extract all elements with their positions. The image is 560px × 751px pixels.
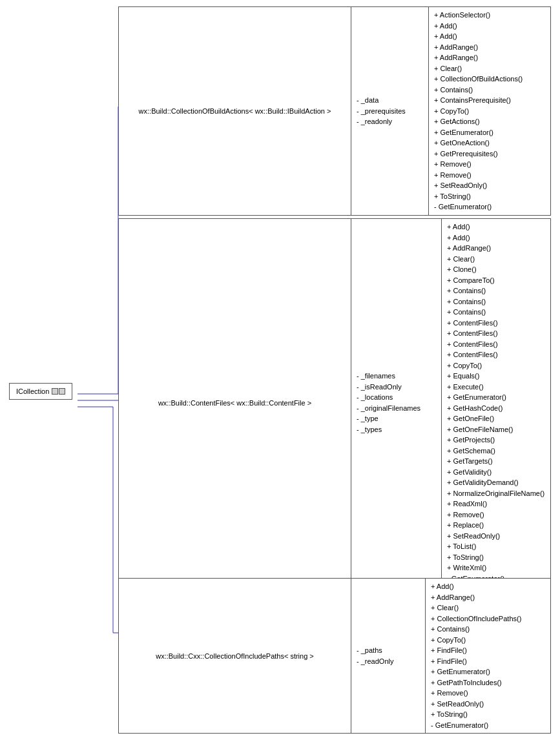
box2-fields: - _filenames- _isReadOnly- _locations- _… xyxy=(351,219,442,586)
method-item: + GetOneAction() xyxy=(434,138,523,149)
method-item: + CollectionOfIncludePaths() xyxy=(431,613,521,624)
method-item: + ToList() xyxy=(447,541,544,552)
method-item: + Clear() xyxy=(434,63,523,74)
method-item: + GetProjects() xyxy=(447,435,544,446)
method-item: + Contains() xyxy=(447,307,544,318)
field-item: - _originalFilenames xyxy=(357,403,436,414)
box3: wx::Build::Cxx::CollectionOfIncludePaths… xyxy=(118,578,551,734)
field-item: - _type xyxy=(357,413,436,424)
field-item: - _locations xyxy=(357,392,436,403)
method-item: + ToString() xyxy=(431,709,521,720)
field-item: - _readOnly xyxy=(357,656,420,667)
method-item: + AddRange() xyxy=(447,243,544,254)
method-item: + Contains() xyxy=(434,85,523,96)
box3-fields: - _paths- _readOnly xyxy=(351,579,426,733)
icollection-box: ICollection xyxy=(9,383,72,400)
method-item: + GetEnumerator() xyxy=(431,666,521,677)
method-item: + ContentFiles() xyxy=(447,339,544,350)
method-item: + Clear() xyxy=(431,602,521,613)
method-item: + Contains() xyxy=(447,296,544,307)
field-item: - _types xyxy=(357,424,436,435)
method-item: + WriteXml() xyxy=(447,562,544,573)
method-item: + CopyTo() xyxy=(434,106,523,117)
box1-methods: + ActionSelector()+ Add()+ Add()+ AddRan… xyxy=(429,7,528,215)
method-item: + ReadXml() xyxy=(447,499,544,509)
method-item: + FindFile() xyxy=(431,645,521,656)
method-item: + ContainsPrerequisite() xyxy=(434,95,523,106)
box1-fields: - _data- _prerequisites- _readonly xyxy=(351,7,429,215)
method-item: + Replace() xyxy=(447,520,544,531)
box1: wx::Build::CollectionOfBuildActions< wx:… xyxy=(118,6,551,216)
method-item: + Remove() xyxy=(431,688,521,699)
method-item: + GetEnumerator() xyxy=(434,127,523,138)
method-item: + SetReadOnly() xyxy=(447,531,544,542)
field-item: - _filenames xyxy=(357,371,436,382)
method-item: + AddRange() xyxy=(434,42,523,53)
method-item: + Add() xyxy=(447,221,544,232)
method-item: + Add() xyxy=(447,232,544,243)
method-item: + FindFile() xyxy=(431,656,521,667)
box3-methods: + Add()+ AddRange()+ Clear()+ Collection… xyxy=(426,579,526,733)
method-item: + ContentFiles() xyxy=(447,328,544,339)
method-item: + Remove() xyxy=(434,159,523,170)
connector-square-2 xyxy=(59,388,65,395)
box2: wx::Build::ContentFiles< wx::Build::Cont… xyxy=(118,218,551,587)
method-item: + GetPrerequisites() xyxy=(434,149,523,159)
method-item: + GetTargets() xyxy=(447,456,544,467)
method-item: + CopyTo() xyxy=(431,635,521,646)
connector-square-1 xyxy=(52,388,58,395)
method-item: + Add() xyxy=(434,31,523,42)
method-item: + Clone() xyxy=(447,264,544,275)
box2-name: wx::Build::ContentFiles< wx::Build::Cont… xyxy=(119,219,351,586)
method-item: + ContentFiles() xyxy=(447,349,544,360)
field-item: - _readonly xyxy=(357,116,423,127)
method-item: + GetSchema() xyxy=(447,446,544,457)
method-item: + Remove() xyxy=(434,170,523,181)
method-item: + ToString() xyxy=(447,552,544,563)
method-item: + GetPathToIncludes() xyxy=(431,677,521,688)
field-item: - _prerequisites xyxy=(357,106,423,117)
method-item: + Contains() xyxy=(447,285,544,296)
method-item: + Remove() xyxy=(447,509,544,520)
method-item: + GetValidityDemand() xyxy=(447,477,544,488)
method-item: - GetEnumerator() xyxy=(431,720,521,731)
method-item: + ToString() xyxy=(434,191,523,202)
method-item: + GetActions() xyxy=(434,116,523,127)
method-item: + NormalizeOriginalFileName() xyxy=(447,488,544,499)
box3-name-text: wx::Build::Cxx::CollectionOfIncludePaths… xyxy=(156,652,314,660)
method-item: + AddRange() xyxy=(434,52,523,63)
icollection-label: ICollection xyxy=(16,387,49,395)
box3-name: wx::Build::Cxx::CollectionOfIncludePaths… xyxy=(119,579,351,733)
field-item: - _isReadOnly xyxy=(357,382,436,393)
method-item: + GetHashCode() xyxy=(447,403,544,414)
method-item: + Equals() xyxy=(447,371,544,382)
method-item: + Execute() xyxy=(447,382,544,393)
method-item: + SetReadOnly() xyxy=(434,180,523,191)
method-item: + GetValidity() xyxy=(447,467,544,478)
method-item: + ActionSelector() xyxy=(434,10,523,21)
method-item: + CollectionOfBuildActions() xyxy=(434,74,523,85)
method-item: - GetEnumerator() xyxy=(434,201,523,212)
box1-name: wx::Build::CollectionOfBuildActions< wx:… xyxy=(119,7,351,215)
box1-name-text: wx::Build::CollectionOfBuildActions< wx:… xyxy=(139,107,331,115)
field-item: - _data xyxy=(357,95,423,106)
method-item: + GetEnumerator() xyxy=(447,392,544,403)
method-item: + AddRange() xyxy=(431,592,521,603)
method-item: + Clear() xyxy=(447,254,544,265)
method-item: + CopyTo() xyxy=(447,360,544,371)
method-item: + ContentFiles() xyxy=(447,318,544,329)
method-item: + GetOneFile() xyxy=(447,413,544,424)
box2-methods: + Add()+ Add()+ AddRange()+ Clear()+ Clo… xyxy=(442,219,550,586)
field-item: - _paths xyxy=(357,645,420,656)
method-item: + Add() xyxy=(431,581,521,592)
method-item: + GetOneFileName() xyxy=(447,424,544,435)
method-item: + Contains() xyxy=(431,624,521,635)
method-item: + SetReadOnly() xyxy=(431,699,521,710)
box2-name-text: wx::Build::ContentFiles< wx::Build::Cont… xyxy=(158,399,311,407)
method-item: + CompareTo() xyxy=(447,275,544,286)
method-item: + Add() xyxy=(434,21,523,32)
